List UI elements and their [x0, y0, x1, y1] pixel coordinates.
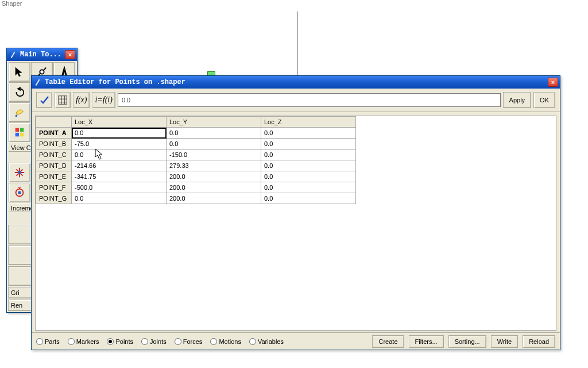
filters-button[interactable]: Filters... — [409, 335, 444, 348]
matrix-button[interactable] — [55, 92, 71, 108]
cell-y[interactable]: 0.0 — [167, 128, 261, 139]
filter-markers-label: Markers — [76, 338, 99, 345]
close-icon[interactable]: × — [65, 50, 75, 59]
value-input-text: 0.0 — [122, 97, 130, 103]
corner-header[interactable] — [36, 117, 72, 128]
svg-rect-6 — [16, 133, 19, 136]
svg-point-8 — [18, 171, 21, 174]
col-header-x[interactable]: Loc_X — [72, 117, 167, 128]
editor-toolbar: f(x) i=f(i) 0.0 Apply OK — [32, 89, 560, 112]
filter-forces[interactable]: Forces — [175, 338, 203, 345]
filter-parts[interactable]: Parts — [36, 338, 60, 345]
cell-y[interactable]: -150.0 — [167, 150, 261, 160]
app-icon — [10, 51, 18, 59]
create-button[interactable]: Create — [372, 335, 404, 348]
radio-icon — [68, 338, 75, 345]
grid-button-label: Gri — [11, 289, 20, 296]
cell-x[interactable]: 0.0 — [72, 193, 167, 204]
svg-rect-5 — [20, 128, 24, 132]
radio-icon — [141, 338, 148, 345]
table-row[interactable]: POINT_C0.0-150.00.0 — [36, 150, 356, 160]
filter-points-label: Points — [115, 338, 133, 345]
svg-rect-7 — [20, 133, 24, 136]
cell-y[interactable]: 0.0 — [167, 139, 261, 150]
table-row[interactable]: POINT_A0.00.00.0 — [36, 128, 356, 139]
fx-label: f(x) — [76, 95, 87, 105]
filter-joints[interactable]: Joints — [141, 338, 167, 345]
rotate-tool[interactable] — [9, 183, 30, 202]
row-header[interactable]: POINT_A — [36, 128, 72, 139]
filter-motions-label: Motions — [219, 338, 241, 345]
sorting-button[interactable]: Sorting... — [448, 335, 486, 348]
undo-tool[interactable] — [9, 82, 30, 102]
filter-points[interactable]: Points — [107, 338, 133, 345]
radio-icon — [249, 338, 256, 345]
main-toolbox-titlebar[interactable]: Main To... × — [7, 48, 77, 61]
cell-x[interactable]: -75.0 — [72, 139, 167, 150]
table-row[interactable]: POINT_B-75.00.00.0 — [36, 139, 356, 150]
cell-y[interactable]: 200.0 — [167, 182, 261, 193]
svg-rect-4 — [16, 128, 19, 132]
cell-y[interactable]: 200.0 — [167, 171, 261, 182]
dot-grid-background — [103, 12, 574, 69]
cell-z[interactable]: 0.0 — [261, 171, 356, 182]
row-header[interactable]: POINT_E — [36, 171, 72, 182]
filter-forces-label: Forces — [183, 338, 203, 345]
cell-y[interactable]: 200.0 — [167, 193, 261, 204]
table-row[interactable]: POINT_F-500.0200.00.0 — [36, 182, 356, 193]
select-tool[interactable] — [9, 62, 30, 82]
fx-button[interactable]: f(x) — [73, 92, 90, 108]
svg-point-3 — [16, 115, 18, 117]
sorting-label: Sorting... — [455, 338, 480, 345]
close-icon[interactable]: × — [548, 78, 558, 87]
paint-tool[interactable] — [9, 102, 30, 122]
cell-y[interactable]: 279.33 — [167, 160, 261, 171]
table-row[interactable]: POINT_G0.0200.00.0 — [36, 193, 356, 204]
cell-x[interactable]: 0.0 — [72, 150, 167, 160]
filter-markers[interactable]: Markers — [68, 338, 99, 345]
col-header-z[interactable]: Loc_Z — [261, 117, 356, 128]
filter-motions[interactable]: Motions — [210, 338, 241, 345]
value-input[interactable]: 0.0 — [118, 93, 501, 107]
editor-titlebar[interactable]: Table Editor for Points on .shaper × — [32, 76, 560, 89]
col-header-y[interactable]: Loc_Y — [167, 117, 261, 128]
expand-tool[interactable] — [9, 163, 30, 182]
cell-z[interactable]: 0.0 — [261, 150, 356, 160]
filter-variables[interactable]: Variables — [249, 338, 284, 345]
row-header[interactable]: POINT_C — [36, 150, 72, 160]
points-table[interactable]: Loc_X Loc_Y Loc_Z POINT_A0.00.00.0POINT_… — [36, 116, 356, 204]
color-tool[interactable] — [9, 122, 30, 142]
table-row[interactable]: POINT_E-341.75200.00.0 — [36, 171, 356, 182]
apply-button[interactable]: Apply — [503, 92, 532, 108]
ok-button[interactable]: OK — [533, 92, 555, 108]
main-toolbox-title: Main To... — [20, 51, 61, 59]
row-header[interactable]: POINT_B — [36, 139, 72, 150]
cell-z[interactable]: 0.0 — [261, 182, 356, 193]
cell-x[interactable]: -341.75 — [72, 171, 167, 182]
table-row[interactable]: POINT_D-214.66279.330.0 — [36, 160, 356, 171]
row-header[interactable]: POINT_D — [36, 160, 72, 171]
cell-z[interactable]: 0.0 — [261, 160, 356, 171]
fi-label: i=f(i) — [95, 95, 112, 105]
cell-z[interactable]: 0.0 — [261, 139, 356, 150]
vertical-axis — [297, 12, 297, 76]
cell-z[interactable]: 0.0 — [261, 128, 356, 139]
reload-button[interactable]: Reload — [523, 335, 555, 348]
write-button[interactable]: Write — [491, 335, 518, 348]
accept-button[interactable] — [36, 92, 52, 108]
cell-x[interactable]: -214.66 — [72, 160, 167, 171]
radio-icon — [107, 338, 114, 345]
row-header[interactable]: POINT_F — [36, 182, 72, 193]
create-label: Create — [378, 338, 397, 345]
row-header[interactable]: POINT_G — [36, 193, 72, 204]
filter-variables-label: Variables — [258, 338, 284, 345]
cell-x[interactable]: 0.0 — [72, 128, 167, 139]
fi-button[interactable]: i=f(i) — [92, 92, 115, 108]
radio-icon — [36, 338, 43, 345]
points-table-container: Loc_X Loc_Y Loc_Z POINT_A0.00.00.0POINT_… — [35, 116, 556, 331]
render-button-label: Ren — [11, 302, 22, 309]
table-editor-window: Table Editor for Points on .shaper × f(x… — [31, 75, 560, 350]
cell-z[interactable]: 0.0 — [261, 193, 356, 204]
editor-footer: Parts Markers Points Joints Forces Motio… — [32, 332, 560, 350]
cell-x[interactable]: -500.0 — [72, 182, 167, 193]
